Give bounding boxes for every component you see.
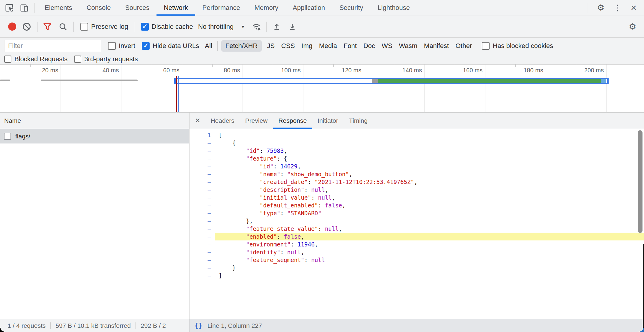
filter-type-other[interactable]: Other bbox=[455, 42, 472, 50]
filter-funnel-icon[interactable] bbox=[43, 23, 52, 31]
fold-marker[interactable]: – bbox=[189, 233, 215, 240]
throttling-select[interactable]: No throttling bbox=[198, 23, 234, 31]
preserve-log-checkbox[interactable] bbox=[80, 23, 88, 31]
import-har-icon[interactable] bbox=[273, 23, 281, 31]
code-text: "enabled": false, bbox=[215, 233, 644, 240]
filter-type-js[interactable]: JS bbox=[267, 42, 275, 50]
request-row[interactable]: flags/ bbox=[0, 129, 189, 143]
record-button[interactable] bbox=[8, 23, 16, 31]
filter-type-all[interactable]: All bbox=[205, 42, 212, 50]
code-line: – "feature_state_value": null, bbox=[189, 225, 644, 233]
fold-marker[interactable]: – bbox=[189, 155, 215, 162]
tab-lighthouse[interactable]: Lighthouse bbox=[370, 0, 417, 16]
fold-marker[interactable]: – bbox=[189, 178, 215, 186]
fold-marker[interactable]: – bbox=[189, 264, 215, 272]
third-party-checkbox[interactable] bbox=[74, 56, 81, 63]
tab-performance[interactable]: Performance bbox=[195, 0, 247, 16]
filter-type-css[interactable]: CSS bbox=[281, 42, 295, 50]
selected-request-overview-bar[interactable] bbox=[174, 78, 609, 84]
fold-marker[interactable]: – bbox=[189, 186, 215, 194]
export-har-icon[interactable] bbox=[288, 23, 297, 31]
response-viewer[interactable]: 1[– {– "id": 75983,– "feature": {– "id":… bbox=[189, 129, 644, 319]
detail-tab-preview[interactable]: Preview bbox=[240, 113, 273, 129]
network-toolbar: Preserve log Disable cache No throttling… bbox=[0, 16, 644, 38]
blocked-requests-checkbox[interactable] bbox=[4, 56, 11, 63]
detail-tab-headers[interactable]: Headers bbox=[205, 113, 240, 129]
three-dot-menu-icon[interactable]: ⋮ bbox=[613, 4, 622, 12]
fold-marker[interactable]: – bbox=[189, 240, 215, 248]
grid-line bbox=[485, 65, 485, 112]
filter-type-ws[interactable]: WS bbox=[382, 42, 392, 50]
request-checkbox[interactable] bbox=[4, 133, 11, 140]
more-filters-bar: Blocked Requests 3rd-party requests bbox=[0, 54, 644, 65]
third-party-label[interactable]: 3rd-party requests bbox=[84, 55, 138, 63]
fold-marker[interactable]: – bbox=[189, 217, 215, 225]
fold-marker[interactable]: – bbox=[189, 147, 215, 155]
has-blocked-cookies-label[interactable]: Has blocked cookies bbox=[493, 42, 553, 50]
line-number[interactable]: 1 bbox=[189, 131, 215, 139]
fold-marker[interactable]: – bbox=[189, 209, 215, 217]
filter-type-img[interactable]: Img bbox=[301, 42, 312, 50]
tab-security[interactable]: Security bbox=[332, 0, 370, 16]
close-icon[interactable]: ✕ bbox=[631, 4, 637, 12]
hide-data-urls-checkbox[interactable] bbox=[142, 42, 150, 50]
network-overview[interactable]: 20 ms40 ms60 ms80 ms100 ms120 ms140 ms16… bbox=[0, 65, 644, 113]
filter-type-doc[interactable]: Doc bbox=[363, 42, 375, 50]
fold-marker[interactable]: – bbox=[189, 256, 215, 264]
fold-marker[interactable]: – bbox=[189, 201, 215, 209]
fold-marker[interactable]: – bbox=[189, 225, 215, 233]
detail-tab-response[interactable]: Response bbox=[273, 113, 312, 129]
detail-tab-timing[interactable]: Timing bbox=[344, 113, 373, 129]
tab-elements[interactable]: Elements bbox=[37, 0, 79, 16]
vertical-scrollbar[interactable] bbox=[638, 130, 643, 233]
filter-type-font[interactable]: Font bbox=[344, 42, 357, 50]
invert-checkbox[interactable] bbox=[108, 42, 116, 50]
request-overview-bar[interactable] bbox=[41, 80, 138, 81]
disable-cache-checkbox[interactable] bbox=[141, 23, 149, 31]
tab-console[interactable]: Console bbox=[79, 0, 118, 16]
fold-marker[interactable]: – bbox=[189, 248, 215, 256]
hide-data-urls-label[interactable]: Hide data URLs bbox=[153, 42, 199, 50]
code-line: – "identity": null, bbox=[189, 248, 644, 256]
close-detail-icon[interactable]: ✕ bbox=[189, 113, 205, 129]
fold-marker[interactable]: – bbox=[189, 139, 215, 147]
blocked-requests-label[interactable]: Blocked Requests bbox=[14, 55, 67, 63]
filter-type-media[interactable]: Media bbox=[319, 42, 337, 50]
filter-input[interactable] bbox=[4, 40, 101, 52]
tab-application[interactable]: Application bbox=[285, 0, 332, 16]
settings-gear-icon[interactable]: ⚙ bbox=[597, 4, 604, 12]
code-text: ] bbox=[215, 272, 644, 279]
inspect-element-icon[interactable] bbox=[5, 3, 14, 12]
waterfall-segment bbox=[176, 79, 372, 83]
requests-panel: Name flags/ bbox=[0, 113, 189, 319]
filter-type-wasm[interactable]: Wasm bbox=[399, 42, 418, 50]
code-line: – } bbox=[189, 264, 644, 272]
invert-label[interactable]: Invert bbox=[119, 42, 135, 50]
search-icon[interactable] bbox=[58, 22, 67, 31]
tab-sources[interactable]: Sources bbox=[118, 0, 157, 16]
clear-icon[interactable] bbox=[23, 23, 31, 31]
response-code: 1[– {– "id": 75983,– "feature": {– "id":… bbox=[189, 131, 644, 279]
request-overview-bar[interactable] bbox=[0, 80, 10, 81]
network-conditions-icon[interactable] bbox=[252, 22, 261, 31]
code-text: "default_enabled": false, bbox=[215, 201, 644, 209]
name-column-header[interactable]: Name bbox=[0, 113, 189, 129]
fold-marker[interactable]: – bbox=[189, 170, 215, 178]
tab-network[interactable]: Network bbox=[157, 0, 195, 16]
filter-bar: Invert Hide data URLs AllFetch/XHRJSCSSI… bbox=[0, 38, 644, 54]
main-tabbar: ElementsConsoleSourcesNetworkPerformance… bbox=[0, 0, 644, 16]
fold-marker[interactable]: – bbox=[189, 162, 215, 170]
has-blocked-cookies-checkbox[interactable] bbox=[482, 42, 490, 50]
network-settings-gear-icon[interactable]: ⚙ bbox=[629, 23, 636, 31]
filter-type-fetch-xhr[interactable]: Fetch/XHR bbox=[221, 40, 262, 52]
detail-tab-initiator[interactable]: Initiator bbox=[312, 113, 344, 129]
device-toolbar-icon[interactable] bbox=[20, 3, 29, 12]
fold-marker[interactable]: – bbox=[189, 272, 215, 279]
preserve-log-label[interactable]: Preserve log bbox=[91, 23, 128, 31]
disable-cache-label[interactable]: Disable cache bbox=[152, 23, 193, 31]
chevron-down-icon[interactable]: ▼ bbox=[241, 24, 245, 29]
fold-marker[interactable]: – bbox=[189, 194, 215, 201]
tab-memory[interactable]: Memory bbox=[247, 0, 285, 16]
request-type-filters: AllFetch/XHRJSCSSImgMediaFontDocWSWasmMa… bbox=[201, 40, 475, 52]
filter-type-manifest[interactable]: Manifest bbox=[424, 42, 449, 50]
